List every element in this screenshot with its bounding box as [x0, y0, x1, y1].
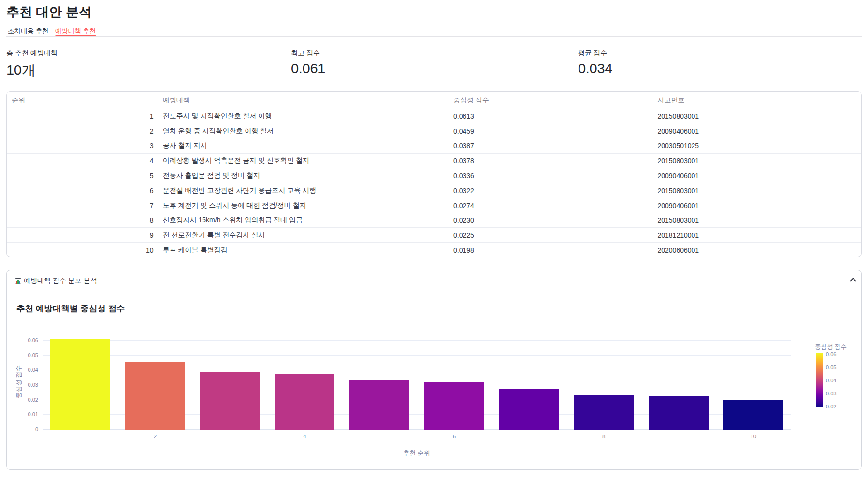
- column-header: 예방대책: [158, 92, 448, 109]
- table-row: 6운전실 배전반 고장관련 차단기 응급조치 교육 시행0.0322201508…: [7, 183, 861, 198]
- bar-rank-7: [499, 389, 559, 430]
- x-tick-label: 8: [589, 434, 618, 439]
- table-cell: 9: [7, 228, 158, 242]
- table-cell: 10: [7, 243, 158, 257]
- table-cell: 20150803001: [652, 183, 861, 198]
- metric-value: 10개: [6, 61, 277, 80]
- table-cell: 4: [7, 154, 158, 168]
- table-cell: 6: [7, 183, 158, 198]
- colorbar-tick-label: 0.03: [826, 391, 836, 396]
- table-cell: 20090406001: [652, 168, 861, 183]
- table-cell: 0.0613: [448, 109, 653, 124]
- x-tick-label: 4: [290, 434, 319, 439]
- table-cell: 0.0336: [448, 168, 653, 183]
- bar-rank-4: [275, 374, 334, 430]
- table-row: 5전동차 출입문 점검 및 정비 철저0.033620090406001: [7, 168, 861, 183]
- column-header: 중심성 점수: [448, 92, 653, 109]
- table-cell: 공사 철저 지시: [158, 139, 448, 154]
- table-cell: 운전실 배전반 고장관련 차단기 응급조치 교육 시행: [158, 183, 448, 198]
- table-cell: 전도주시 및 지적확인환호 철저 이행: [158, 109, 448, 124]
- tab-action-recommendation[interactable]: 조치내용 추천: [8, 27, 49, 36]
- table-cell: 0.0230: [448, 213, 653, 228]
- x-tick-label: 10: [739, 434, 768, 439]
- colorbar-tick-label: 0.04: [826, 378, 836, 383]
- metric-label: 평균 점수: [578, 49, 849, 57]
- table-cell: 0.0378: [448, 154, 653, 168]
- bar-rank-10: [723, 400, 783, 430]
- table-cell: 5: [7, 168, 158, 183]
- table-cell: 0.0387: [448, 139, 653, 154]
- table-cell: 20150803001: [652, 213, 861, 228]
- table-cell: 이례상황 발생시 억측운전 금지 및 신호확인 철저: [158, 154, 448, 168]
- table-cell: 20090406001: [652, 198, 861, 213]
- column-header: 사고번호: [652, 92, 861, 109]
- column-header: 순위: [7, 92, 158, 109]
- y-tick-label: 0.01: [7, 411, 38, 417]
- metric-label: 최고 점수: [291, 49, 562, 57]
- bar-rank-9: [649, 396, 709, 430]
- table-cell: 20150803001: [652, 154, 861, 168]
- expander-label[interactable]: 예방대책 점수 분포 분석: [24, 277, 97, 285]
- table-cell: 전 선로전환기 특별 전수검사 실시: [158, 228, 448, 242]
- chart-title: 추천 예방대책별 중심성 점수: [16, 303, 125, 314]
- table-cell: 20181210001: [652, 228, 861, 242]
- x-tick-label: 6: [440, 434, 469, 439]
- tabs-divider: [6, 36, 862, 37]
- table-cell: 0.0225: [448, 228, 653, 242]
- bar-chart-icon: [15, 278, 21, 284]
- table-cell: 20030501025: [652, 139, 861, 154]
- bar-rank-1: [50, 339, 110, 430]
- y-tick-label: 0.03: [7, 382, 38, 388]
- colorbar-title: 중심성 점수: [815, 343, 847, 351]
- table-cell: 루프 케이블 특별점검: [158, 243, 448, 257]
- table-cell: 신호정지시 15km/h 스위치 임의취급 절대 엄금: [158, 213, 448, 228]
- colorbar-gradient: [816, 353, 823, 407]
- table-cell: 8: [7, 213, 158, 228]
- tab-prevention-recommendation[interactable]: 예방대책 추천: [55, 27, 96, 36]
- colorbar-tick-label: 0.02: [826, 404, 836, 409]
- x-axis-title: 추천 순위: [368, 449, 465, 458]
- gridline: [43, 355, 791, 356]
- bar-rank-5: [349, 380, 409, 430]
- y-tick-label: 0: [7, 426, 38, 432]
- table-cell: 1: [7, 109, 158, 124]
- table-cell: 전동차 출입문 점검 및 정비 철저: [158, 168, 448, 183]
- table-cell: 0.0322: [448, 183, 653, 198]
- table-cell: 열차 운행 중 지적확인환호 이행 철저: [158, 124, 448, 139]
- y-tick-label: 0.02: [7, 397, 38, 403]
- metric-value: 0.061: [291, 61, 562, 77]
- table-row: 8신호정지시 15km/h 스위치 임의취급 절대 엄금0.0230201508…: [7, 213, 861, 228]
- bar-rank-8: [574, 395, 634, 430]
- table-row: 1전도주시 및 지적확인환호 철저 이행0.061320150803001: [7, 109, 861, 124]
- table-cell: 20090406001: [652, 124, 861, 139]
- table-cell: 20200606001: [652, 243, 861, 257]
- table-cell: 2: [7, 124, 158, 139]
- chevron-up-icon[interactable]: [850, 278, 856, 284]
- metric-2: 평균 점수 0.034: [578, 49, 849, 77]
- table-row: 9전 선로전환기 특별 전수검사 실시0.022520181210001: [7, 227, 861, 242]
- table-cell: 0.0459: [448, 124, 653, 139]
- table-cell: 0.0198: [448, 243, 653, 257]
- page-title: 추천 대안 분석: [6, 3, 92, 21]
- recommendation-table: 순위예방대책중심성 점수사고번호1전도주시 및 지적확인환호 철저 이행0.06…: [6, 91, 862, 257]
- table-cell: 3: [7, 139, 158, 154]
- y-tick-label: 0.06: [7, 337, 38, 343]
- colorbar-tick-label: 0.06: [826, 351, 836, 357]
- metric-label: 총 추천 예방대책: [6, 49, 277, 57]
- x-tick-label: 2: [141, 434, 170, 439]
- table-row: 10루프 케이블 특별점검0.019820200606001: [7, 242, 861, 257]
- table-row: 3공사 철저 지시0.038720030501025: [7, 139, 861, 154]
- score-distribution-expander: 예방대책 점수 분포 분석 추천 예방대책별 중심성 점수 중심성 점수 추천 …: [6, 270, 862, 470]
- bar-rank-3: [200, 372, 260, 430]
- table-cell: 7: [7, 198, 158, 213]
- table-row: 2열차 운행 중 지적확인환호 이행 철저0.045920090406001: [7, 124, 861, 139]
- colorbar-tick-label: 0.05: [826, 365, 836, 370]
- bar-rank-2: [125, 362, 185, 430]
- table-row: 4이례상황 발생시 억측운전 금지 및 신호확인 철저0.03782015080…: [7, 153, 861, 168]
- bar-rank-6: [424, 382, 484, 430]
- metric-0: 총 추천 예방대책 10개: [6, 49, 277, 80]
- table-cell: 20150803001: [652, 109, 861, 124]
- table-header-row: 순위예방대책중심성 점수사고번호: [7, 92, 861, 109]
- y-tick-label: 0.04: [7, 367, 38, 373]
- table-row: 7노후 계전기 및 스위치 등에 대한 점검/정비 철저0.0274200904…: [7, 198, 861, 213]
